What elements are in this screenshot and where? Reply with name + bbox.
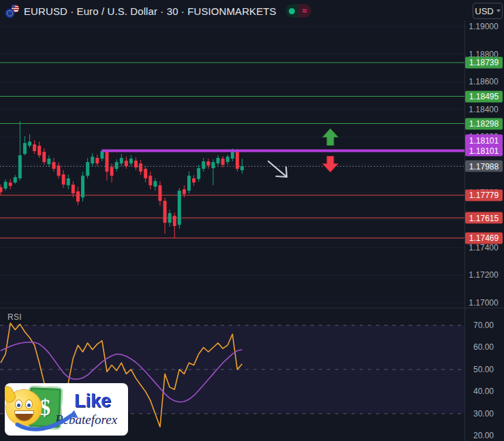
candle-down: [105, 151, 108, 172]
trend-arrow-head: [286, 167, 287, 178]
candle-down: [110, 167, 114, 176]
rebateforex-watermark-logo: $ Like Rebateforex: [5, 383, 128, 436]
trend-arrow-head: [277, 176, 287, 177]
candle-up: [4, 182, 7, 189]
candle-up: [217, 158, 220, 163]
rsi-tick-label: 40.00: [466, 387, 501, 395]
candle-up: [211, 162, 215, 168]
price-badge-red: 1.17615: [465, 212, 503, 224]
candle-down: [0, 187, 3, 192]
candle-down: [42, 152, 46, 162]
candle-down: [76, 191, 80, 201]
price-badge-green: 1.18495: [465, 91, 503, 102]
rsi-tick-label: 30.00: [466, 410, 501, 418]
price-tick-label: 1.18400: [466, 105, 501, 114]
candle-down: [139, 163, 142, 172]
candle-up: [202, 161, 205, 169]
chart-topbar: EURUSD · Euro / U.S. Dollar · 30 · FUSIO…: [0, 0, 463, 22]
candle-down: [221, 159, 225, 165]
candle-up: [91, 157, 94, 163]
price-badge-red: 1.17779: [465, 189, 503, 201]
candle-down: [144, 169, 147, 178]
up-arrow-marker[interactable]: [323, 129, 338, 146]
candle-up: [86, 162, 89, 176]
candle-up: [81, 176, 84, 197]
candle-up: [14, 177, 17, 182]
price-scale[interactable]: 1.190001.188001.186001.184001.182001.180…: [464, 0, 504, 441]
currency-toggle-button[interactable]: USD: [473, 3, 503, 19]
candle-down: [125, 161, 128, 166]
currency-label: USD: [475, 6, 493, 16]
similar-symbols-wave-icon: ≈: [298, 4, 311, 18]
candle-down: [33, 144, 36, 151]
candle-down: [236, 150, 239, 169]
price-tick-label: 1.19000: [466, 22, 501, 31]
candle-up: [67, 178, 70, 185]
price-badge-green: 1.18298: [465, 118, 503, 129]
candle-down: [95, 158, 99, 163]
symbol-title[interactable]: EURUSD · Euro / U.S. Dollar · 30 · FUSIO…: [24, 5, 277, 17]
candle-up: [178, 191, 181, 225]
rsi-tick-label: 60.00: [466, 343, 501, 351]
candle-up: [120, 158, 123, 163]
candle-down: [192, 178, 195, 182]
candle-up: [129, 159, 133, 163]
candle-down: [62, 174, 65, 184]
candle-down: [134, 161, 138, 167]
rsi-tick-label: 20.00: [466, 431, 501, 440]
candle-up: [187, 176, 191, 191]
chevron-down-icon: [497, 10, 501, 12]
trend-arrow-drawing[interactable]: [268, 161, 287, 177]
candle-up: [100, 151, 104, 159]
price-badge-green: 1.18739: [465, 56, 503, 68]
candle-up: [23, 143, 27, 154]
rsi-tick-label: 50.00: [466, 365, 501, 374]
candle-up: [115, 162, 119, 169]
candle-down: [158, 185, 161, 201]
price-tick-label: 1.17200: [466, 271, 501, 279]
eu-flag-icon: [5, 9, 14, 18]
candle-down: [183, 189, 186, 194]
candle-up: [197, 168, 200, 179]
candle-down: [37, 146, 41, 155]
candle-up: [18, 155, 22, 178]
candle-down: [163, 201, 167, 223]
candle-up: [47, 159, 50, 164]
swoosh-arrow-icon: [14, 408, 80, 434]
price-badge-gray: 1.17988: [465, 161, 503, 172]
price-badge-red: 1.17469: [465, 232, 503, 244]
market-status-toggle[interactable]: ≈: [285, 4, 311, 18]
candle-down: [57, 165, 61, 176]
candle-down: [72, 184, 75, 193]
rsi-indicator-label: RSI: [7, 312, 22, 322]
candle-down: [173, 216, 176, 226]
rsi-tick-label: 70.00: [466, 321, 501, 329]
price-tick-label: 1.17000: [466, 299, 501, 307]
candle-down: [206, 161, 210, 165]
price-tick-label: 1.18600: [466, 78, 501, 86]
down-arrow-marker[interactable]: [323, 157, 338, 173]
candle-down: [148, 176, 152, 185]
chart-canvas[interactable]: [0, 0, 504, 441]
candle-up: [240, 166, 244, 170]
candle-down: [52, 162, 55, 169]
watermark-like-text: Like: [74, 391, 111, 412]
candle-up: [168, 213, 172, 223]
symbol-flag-icon: [5, 5, 19, 18]
candle-up: [153, 181, 157, 186]
price-badge-purple: 1.18101: [465, 145, 503, 157]
market-open-dot-icon: [285, 4, 298, 18]
candle-up: [28, 142, 31, 146]
candle-up: [226, 157, 230, 162]
candle-down: [9, 182, 12, 186]
price-tick-label: 1.17400: [466, 244, 501, 252]
